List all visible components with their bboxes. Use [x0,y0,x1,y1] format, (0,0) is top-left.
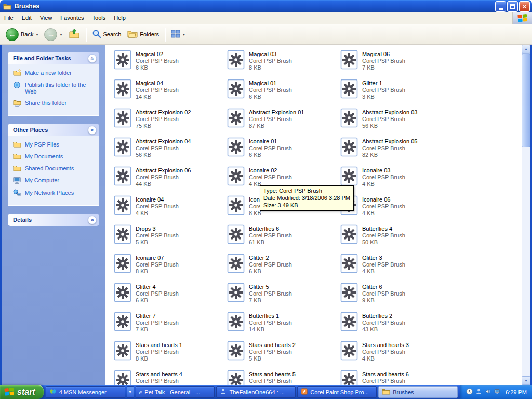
file-tile[interactable]: Magical 04Corel PSP Brush14 KB [114,79,227,108]
scroll-down-button[interactable]: ▼ [522,376,530,385]
back-dropdown-icon: ▾ [36,32,38,37]
file-tile[interactable]: Butterflies 4Corel PSP Brush50 KB [340,224,454,254]
taskbar-button[interactable]: Brushes [378,386,458,398]
file-tile[interactable]: Stars and hearts 2Corel PSP Brush5 KB [227,341,340,370]
taskbar-button[interactable]: TheFallenOne664 : ... [216,386,296,398]
menu-file[interactable]: File [0,12,18,24]
tray-volume-icon[interactable] [485,388,491,396]
vertical-scrollbar[interactable]: ▲ ▼ [522,45,530,385]
taskbar-button[interactable]: ePet Talk - General - ... [136,386,215,398]
file-type: Corel PSP Brush [249,261,292,268]
search-button[interactable]: Search [89,28,124,41]
file-tile[interactable]: Stars and hearts 6Corel PSP Brush [340,370,454,385]
scroll-up-button[interactable]: ▲ [522,45,530,54]
file-tile[interactable]: Butterflies 1Corel PSP Brush14 KB [227,312,340,341]
file-tile[interactable]: Iconaire 07Corel PSP Brush8 KB [114,254,227,283]
folders-button[interactable]: Folders [125,28,162,41]
file-name: Glitter 5 [249,283,292,290]
file-tile-text: Iconaire 06Corel PSP Brush4 KB [362,195,405,217]
taskbar-button[interactable]: 4 MSN Messenger [46,386,125,398]
file-type: Corel PSP Brush [362,174,405,181]
sidebar-item[interactable]: My Computer [13,177,94,185]
menu-edit[interactable]: Edit [18,12,36,24]
file-tile[interactable]: Magical 01Corel PSP Brush6 KB [227,79,340,108]
file-tile[interactable]: Glitter 7Corel PSP Brush7 KB [114,312,227,341]
file-tile[interactable]: Drops 3Corel PSP Brush5 KB [114,224,227,254]
close-button[interactable]: × [519,1,530,12]
file-tile[interactable]: Glitter 2Corel PSP Brush6 KB [227,254,340,283]
sidebar-item[interactable]: My Documents [13,153,94,161]
file-tile[interactable]: Butterflies 2Corel PSP Brush43 KB [340,312,454,341]
file-tile[interactable]: Iconaire 01Corel PSP Brush6 KB [227,137,340,166]
start-button[interactable]: start [0,385,44,399]
file-name: Glitter 1 [362,79,405,87]
file-size: 14 KB [136,94,179,100]
panel-header-details[interactable]: Details« [8,214,99,226]
sidebar-item[interactable]: Shared Documents [13,165,94,172]
file-name: Drops 3 [136,224,179,232]
sidebar-item[interactable]: Publish this folder to the Web [13,82,94,95]
menu-help[interactable]: Help [110,12,130,24]
file-tile[interactable]: Magical 06Corel PSP Brush7 KB [340,50,454,79]
sidebar-item-label: Make a new folder [25,70,72,76]
minimize-button[interactable] [495,1,506,12]
file-type: Corel PSP Brush [249,174,292,181]
panel-title-other-places: Other Places [13,127,48,133]
panel-header-file-tasks[interactable]: File and Folder Tasks« [8,52,99,64]
file-tile[interactable]: Glitter 4Corel PSP Brush6 KB [114,283,227,312]
sidebar-item[interactable]: Make a new folder [13,70,94,77]
panel-title-details: Details [13,217,32,223]
file-tile[interactable]: Abstract Explosion 01Corel PSP Brush87 K… [227,108,340,137]
maximize-button[interactable] [507,1,518,12]
file-name: Iconaire 07 [136,254,179,261]
file-tile[interactable]: Abstract Explosion 02Corel PSP Brush75 K… [114,108,227,137]
file-tile[interactable]: Stars and hearts 1Corel PSP Brush8 KB [114,341,227,370]
sidebar-item[interactable]: My PSP Files [13,141,94,149]
back-button[interactable]: ← Back ▾ [3,26,41,43]
file-tile[interactable]: Stars and hearts 4Corel PSP Brush [114,370,227,385]
taskbar-group-arrow[interactable]: ▾ [127,386,134,398]
file-tile[interactable]: Magical 02Corel PSP Brush6 KB [114,50,227,79]
menu-favorites[interactable]: Favorites [56,12,88,24]
views-button[interactable]: ▾ [168,28,188,41]
file-size: 50 KB [362,239,405,246]
tray-display-icon[interactable] [494,388,501,396]
file-tile[interactable]: Magical 03Corel PSP Brush8 KB [227,50,340,79]
file-tile[interactable]: Iconaire 03Corel PSP Brush4 KB [340,166,454,195]
file-type: Corel PSP Brush [362,349,409,355]
file-tile[interactable]: Abstract Explosion 06Corel PSP Brush44 K… [114,166,227,195]
file-tile[interactable]: Glitter 3Corel PSP Brush4 KB [340,254,454,283]
file-tile[interactable]: Glitter 1Corel PSP Brush3 KB [340,79,454,108]
menu-tools[interactable]: Tools [88,12,110,24]
scrollbar-track[interactable] [522,54,530,376]
menu-view[interactable]: View [36,12,57,24]
panel-title-file-tasks: File and Folder Tasks [13,55,71,61]
file-size: 8 KB [136,355,182,362]
file-tile[interactable]: Abstract Explosion 04Corel PSP Brush56 K… [114,137,227,166]
chevron-up-icon[interactable]: « [88,54,97,63]
brush-file-icon [114,312,131,332]
file-tile[interactable]: Glitter 5Corel PSP Brush7 KB [227,283,340,312]
up-button[interactable] [66,26,83,42]
panel-header-other-places[interactable]: Other Places« [8,124,99,136]
file-tile[interactable]: Abstract Explosion 03Corel PSP Brush56 K… [340,108,454,137]
sidebar-item[interactable]: My Network Places [13,190,94,197]
chevron-up-icon[interactable]: « [88,126,97,135]
sidebar-item[interactable]: Share this folder [13,100,94,108]
forward-button[interactable]: → ▾ [42,26,64,43]
tray-messenger-icon[interactable] [475,388,482,396]
titlebar[interactable]: Brushes × [0,0,532,12]
taskbar-button[interactable]: Corel Paint Shop Pro... [297,386,377,398]
scrollbar-thumb[interactable] [522,54,530,147]
file-tile-text: Stars and hearts 1Corel PSP Brush8 KB [136,341,182,362]
file-tile[interactable]: Abstract Explosion 05Corel PSP Brush82 K… [340,137,454,166]
file-tile[interactable]: Iconaire 04Corel PSP Brush4 KB [114,195,227,224]
file-type: Corel PSP Brush [136,58,179,64]
file-tile[interactable]: Glitter 6Corel PSP Brush9 KB [340,283,454,312]
file-tile[interactable]: Butterflies 6Corel PSP Brush61 KB [227,224,340,254]
file-tile[interactable]: Iconaire 06Corel PSP Brush4 KB [340,195,454,224]
file-tile[interactable]: Stars and hearts 5Corel PSP Brush [227,370,340,385]
tray-clock-icon[interactable] [466,388,473,396]
file-tile[interactable]: Stars and hearts 3Corel PSP Brush4 KB [340,341,454,370]
chevron-down-icon[interactable]: « [88,216,97,224]
